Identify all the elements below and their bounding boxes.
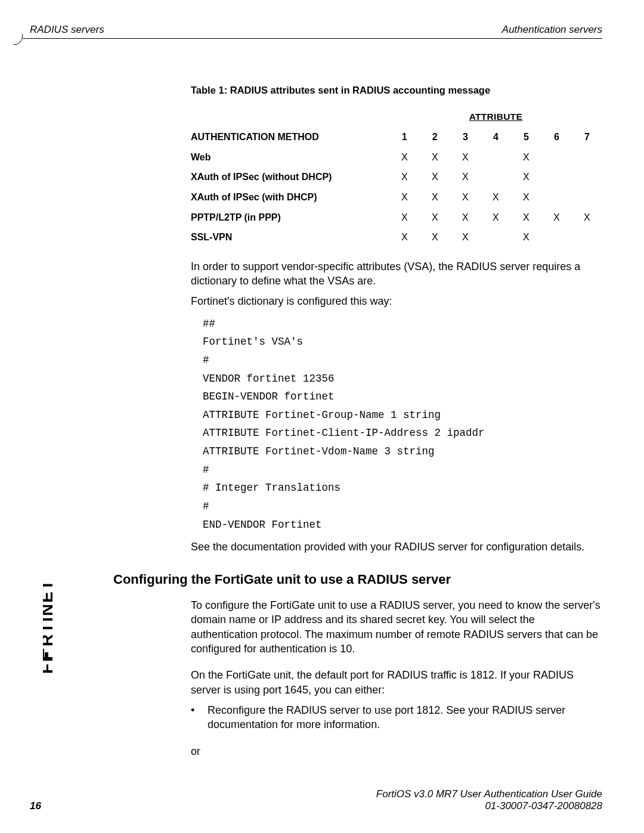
mark-cell: X <box>572 208 602 228</box>
mark-cell: X <box>420 187 450 208</box>
method-cell: XAuth of IPSec (with DHCP) <box>191 187 389 208</box>
svg-rect-4 <box>43 651 44 655</box>
mark-cell: X <box>541 208 572 228</box>
or-connector: or <box>191 744 602 758</box>
col-4: 4 <box>481 127 511 147</box>
mark-cell <box>541 167 572 187</box>
mark-cell <box>541 187 572 208</box>
mark-cell <box>572 167 602 187</box>
paragraph-configure-1: To configure the FortiGate unit to use a… <box>191 598 602 656</box>
page-footer: 16 FortiOS v3.0 MR7 User Authentication … <box>30 788 602 812</box>
bullet-text: Reconfigure the RADIUS server to use por… <box>208 703 602 732</box>
mark-cell: X <box>450 167 481 187</box>
mark-cell: X <box>420 147 450 168</box>
header-left: RADIUS servers <box>30 24 104 36</box>
radius-attributes-table: ATTRIBUTE AUTHENTICATION METHOD 1 2 3 4 … <box>191 107 602 247</box>
bullet-dot-icon: • <box>191 703 208 732</box>
mark-cell <box>541 147 572 168</box>
fortinet-logo: F RTINET <box>43 555 62 680</box>
attribute-column-label: ATTRIBUTE <box>389 107 602 127</box>
paragraph-dictionary-intro: Fortinet's dictionary is configured this… <box>191 294 602 308</box>
method-header: AUTHENTICATION METHOD <box>191 127 389 147</box>
table-row: Web X X X X <box>191 147 602 168</box>
svg-text:RTINET: RTINET <box>43 579 56 646</box>
mark-cell <box>481 227 511 247</box>
mark-cell: X <box>511 187 541 208</box>
page-number: 16 <box>30 800 41 812</box>
mark-cell <box>481 147 511 168</box>
method-cell: XAuth of IPSec (without DHCP) <box>191 167 389 187</box>
footer-guide-title: FortiOS v3.0 MR7 User Authentication Use… <box>376 788 602 800</box>
method-cell: Web <box>191 147 389 168</box>
mark-cell: X <box>420 167 450 187</box>
table-row: PPTP/L2TP (in PPP) X X X X X X X <box>191 208 602 228</box>
col-1: 1 <box>389 127 420 147</box>
svg-text:F: F <box>43 663 56 674</box>
mark-cell: X <box>389 147 420 168</box>
mark-cell <box>572 187 602 208</box>
mark-cell <box>541 227 572 247</box>
mark-cell: X <box>511 227 541 247</box>
table-row: XAuth of IPSec (without DHCP) X X X X <box>191 167 602 187</box>
col-3: 3 <box>450 127 481 147</box>
table-caption: Table 1: RADIUS attributes sent in RADIU… <box>191 83 602 97</box>
method-cell: PPTP/L2TP (in PPP) <box>191 208 389 228</box>
mark-cell: X <box>450 187 481 208</box>
mark-cell: X <box>389 208 420 228</box>
mark-cell: X <box>511 147 541 168</box>
mark-cell: X <box>420 227 450 247</box>
list-item: • Reconfigure the RADIUS server to use p… <box>191 703 602 732</box>
mark-cell: X <box>450 227 481 247</box>
table-row: XAuth of IPSec (with DHCP) X X X X X <box>191 187 602 208</box>
footer-doc-number: 01-30007-0347-20080828 <box>376 800 602 812</box>
mark-cell: X <box>481 187 511 208</box>
paragraph-vsa-intro: In order to support vendor-specific attr… <box>191 259 602 289</box>
mark-cell: X <box>481 208 511 228</box>
col-2: 2 <box>420 127 450 147</box>
mark-cell: X <box>450 147 481 168</box>
col-6: 6 <box>541 127 572 147</box>
mark-cell: X <box>511 208 541 228</box>
vsa-dictionary-code: ## Fortinet's VSA's # VENDOR fortinet 12… <box>203 315 602 534</box>
header-curve-decoration <box>13 34 25 52</box>
page-header: RADIUS servers Authentication servers <box>23 24 602 39</box>
mark-cell: X <box>450 208 481 228</box>
header-right: Authentication servers <box>502 24 602 36</box>
table-header-row: AUTHENTICATION METHOD 1 2 3 4 5 6 7 <box>191 127 602 147</box>
mark-cell: X <box>389 227 420 247</box>
mark-cell <box>481 167 511 187</box>
mark-cell <box>572 227 602 247</box>
svg-rect-3 <box>45 652 48 661</box>
method-cell: SSL-VPN <box>191 227 389 247</box>
mark-cell: X <box>511 167 541 187</box>
bullet-list: • Reconfigure the RADIUS server to use p… <box>191 703 602 732</box>
section-heading-configure-radius: Configuring the FortiGate unit to use a … <box>113 571 602 589</box>
paragraph-see-docs: See the documentation provided with your… <box>191 540 602 554</box>
mark-cell: X <box>420 208 450 228</box>
col-5: 5 <box>511 127 541 147</box>
col-7: 7 <box>572 127 602 147</box>
table-row: SSL-VPN X X X X <box>191 227 602 247</box>
mark-cell: X <box>389 187 420 208</box>
mark-cell: X <box>389 167 420 187</box>
paragraph-configure-2: On the FortiGate unit, the default port … <box>191 668 602 697</box>
mark-cell <box>572 147 602 168</box>
